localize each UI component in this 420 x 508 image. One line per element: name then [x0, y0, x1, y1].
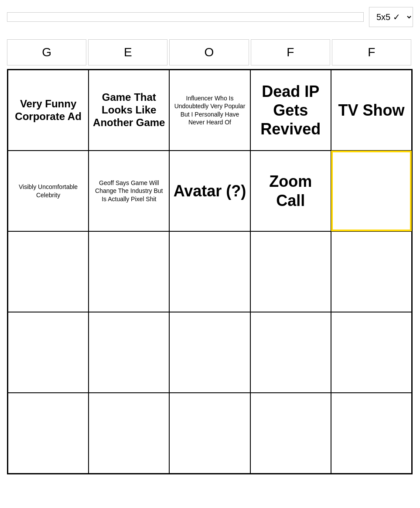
size-selector[interactable]: 5x5 ✓ 3x3 4x4 — [369, 7, 413, 27]
bingo-cell-4-2[interactable] — [169, 393, 250, 474]
cell-text-0-0: Very Funny Corporate Ad — [12, 98, 85, 123]
col-header-e-1: E — [88, 39, 167, 65]
bingo-cell-2-4[interactable] — [331, 231, 412, 312]
bingo-cell-1-3[interactable]: Zoom Call — [250, 151, 331, 231]
bingo-cell-3-1[interactable] — [89, 312, 169, 393]
cell-text-1-2: Avatar (?) — [174, 182, 246, 200]
bingo-grid: Very Funny Corporate AdGame That Looks L… — [7, 69, 413, 474]
cell-text-1-0: Visibly Uncomfortable Celebrity — [12, 183, 85, 199]
bingo-cell-0-4[interactable]: TV Show — [331, 70, 412, 151]
cell-text-0-4: TV Show — [338, 101, 404, 120]
bingo-cell-1-1[interactable]: Geoff Says Game Will Change The Industry… — [89, 151, 169, 231]
cell-text-0-3: Dead IP Gets Revived — [254, 82, 327, 139]
bingo-cell-3-0[interactable] — [8, 312, 89, 393]
bingo-cell-3-2[interactable] — [169, 312, 250, 393]
top-bar: 5x5 ✓ 3x3 4x4 — [7, 7, 413, 27]
bingo-cell-0-0[interactable]: Very Funny Corporate Ad — [8, 70, 89, 151]
bingo-cell-4-4[interactable] — [331, 393, 412, 474]
bingo-cell-2-1[interactable] — [89, 231, 169, 312]
bingo-cell-0-2[interactable]: Influencer Who Is Undoubtedly Very Popul… — [169, 70, 250, 151]
col-header-g-0: G — [7, 39, 86, 65]
bingo-cell-0-1[interactable]: Game That Looks Like Another Game — [89, 70, 169, 151]
bingo-cell-1-4[interactable] — [331, 151, 412, 231]
bingo-cell-4-0[interactable] — [8, 393, 89, 474]
letter-row: GEOFF — [7, 39, 413, 65]
col-header-o-2: O — [169, 39, 249, 65]
bingo-cell-4-1[interactable] — [89, 393, 169, 474]
cell-text-1-1: Geoff Says Game Will Change The Industry… — [92, 179, 165, 203]
bingo-cell-4-3[interactable] — [250, 393, 331, 474]
col-header-f-4: F — [332, 39, 411, 65]
bingo-cell-1-0[interactable]: Visibly Uncomfortable Celebrity — [8, 151, 89, 231]
game-title — [7, 12, 364, 22]
col-header-f-3: F — [251, 39, 330, 65]
bingo-cell-0-3[interactable]: Dead IP Gets Revived — [250, 70, 331, 151]
bingo-cell-3-3[interactable] — [250, 312, 331, 393]
cell-text-0-1: Game That Looks Like Another Game — [92, 91, 165, 129]
bingo-cell-3-4[interactable] — [331, 312, 412, 393]
bingo-cell-2-2[interactable] — [169, 231, 250, 312]
cell-text-0-2: Influencer Who Is Undoubtedly Very Popul… — [173, 94, 246, 126]
bingo-cell-2-0[interactable] — [8, 231, 89, 312]
cell-text-1-3: Zoom Call — [254, 172, 327, 209]
bingo-cell-2-3[interactable] — [250, 231, 331, 312]
bingo-cell-1-2[interactable]: Avatar (?) — [169, 151, 250, 231]
